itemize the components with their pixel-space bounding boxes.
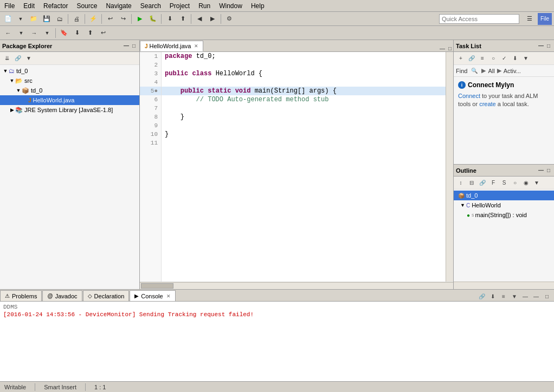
new-button[interactable]: 📄	[2, 13, 14, 25]
next-edit-button[interactable]: ▶	[207, 13, 218, 25]
console-toolbar-btn4[interactable]: ▼	[510, 291, 519, 301]
toolbar-btn-4[interactable]: ↩	[97, 27, 109, 39]
code-editor[interactable]: 1 2 3 4 5● 6 7 8 9 10 11 package td_0;	[140, 52, 453, 282]
javadoc-tab[interactable]: @ Javadoc	[42, 290, 82, 301]
run-button[interactable]: ▶	[134, 13, 146, 25]
outline-item-td0[interactable]: 📦 td_0	[454, 191, 554, 200]
task-new-btn[interactable]: +	[456, 54, 466, 63]
create-link[interactable]: create	[479, 101, 496, 107]
console-toolbar-btn1[interactable]: 🔗	[477, 291, 487, 301]
menu-edit[interactable]: Edit	[19, 1, 39, 11]
menu-refactor[interactable]: Refactor	[39, 1, 72, 11]
editor-tab-helloworld[interactable]: J HelloWorld.java ✕	[140, 41, 203, 51]
save-all-button[interactable]: 🗂	[54, 13, 66, 25]
toolbar-btn-2[interactable]: ⬇	[71, 27, 83, 39]
toolbar-btn-1[interactable]: 🔖	[58, 27, 70, 39]
console-maximize[interactable]: □	[542, 291, 552, 301]
back-dropdown[interactable]: ▼	[15, 27, 27, 39]
new-dropdown-button[interactable]: ▼	[15, 13, 27, 25]
outline-filter-btn[interactable]: ⊟	[467, 178, 476, 188]
tree-item-src[interactable]: ▼ 📂 src	[0, 76, 139, 86]
console-toolbar-btn3[interactable]: ≡	[499, 291, 508, 301]
hw-toggle[interactable]: ▼	[460, 202, 465, 208]
minimize-task-list[interactable]: —	[537, 43, 545, 49]
minimize-outline[interactable]: —	[537, 167, 545, 173]
menu-window[interactable]: Window	[215, 1, 247, 11]
next-annotation-button[interactable]: ⬇	[164, 13, 176, 25]
tree-toggle-project[interactable]: ▼	[2, 68, 9, 74]
outline-item-helloworld[interactable]: ▼ C HelloWorld	[454, 200, 554, 210]
undo-button[interactable]: ↩	[104, 13, 116, 25]
tree-item-jre[interactable]: ▶ 📚 JRE System Library [JavaSE-1.8]	[0, 105, 139, 115]
outline-hide-fields[interactable]: F	[488, 178, 498, 188]
tree-toggle-src[interactable]: ▼	[9, 77, 15, 84]
console-minimize[interactable]: —	[531, 291, 541, 301]
console-toolbar-btn2[interactable]: ⬇	[488, 291, 498, 301]
menu-run[interactable]: Run	[194, 1, 215, 11]
task-view-menu[interactable]: ▼	[521, 54, 531, 63]
redo-button[interactable]: ↪	[117, 13, 129, 25]
maximize-package-explorer[interactable]: □	[131, 43, 137, 49]
open-button[interactable]: 📁	[28, 13, 40, 25]
toolbar-btn-3[interactable]: ⬆	[84, 27, 96, 39]
find-btn[interactable]: 🔍	[469, 66, 479, 76]
prev-edit-button[interactable]: ◀	[194, 13, 205, 25]
java-perspective-button[interactable]: File	[538, 13, 552, 25]
tree-toggle-package[interactable]: ▼	[15, 87, 22, 94]
javadoc-icon: @	[47, 293, 53, 299]
back-button[interactable]: ←	[2, 27, 14, 39]
outline-link-btn[interactable]: 🔗	[478, 178, 487, 188]
task-btn-2[interactable]: ≡	[478, 54, 487, 63]
menu-search[interactable]: Search	[136, 1, 165, 11]
maximize-outline[interactable]: □	[545, 167, 552, 173]
editor-maximize[interactable]: □	[447, 45, 453, 51]
tab-close-button[interactable]: ✕	[194, 43, 198, 49]
print-button[interactable]: 🖨	[70, 13, 82, 25]
code-content[interactable]: package td_0; public class HelloWorld { …	[162, 52, 446, 282]
outline-view-menu[interactable]: ▼	[532, 178, 542, 188]
tree-toggle-jre[interactable]: ▶	[9, 107, 15, 113]
tree-item-helloworld[interactable]: J HelloWorld.java	[0, 95, 139, 105]
declaration-tab[interactable]: ◇ Declaration	[83, 290, 130, 301]
run-external-button[interactable]: ⚡	[87, 13, 99, 25]
save-button[interactable]: 💾	[41, 13, 53, 25]
debug-button[interactable]: 🐛	[147, 13, 159, 25]
outline-hscroll[interactable]	[454, 282, 554, 289]
outline-btn-2[interactable]: ◉	[521, 178, 531, 188]
console-tab-close[interactable]: ✕	[166, 293, 171, 299]
tree-item-project[interactable]: ▼ 🗂 td_0	[0, 66, 139, 76]
outline-btn-1[interactable]: ○	[510, 178, 520, 188]
task-btn-3[interactable]: ○	[488, 54, 498, 63]
menu-source[interactable]: Source	[72, 1, 101, 11]
menu-project[interactable]: Project	[165, 1, 194, 11]
prev-annotation-button[interactable]: ⬆	[177, 13, 189, 25]
collapse-all-btn[interactable]: ⇊	[2, 54, 12, 63]
task-list-title: Task List	[456, 43, 537, 49]
forward-dropdown[interactable]: ▼	[41, 27, 53, 39]
outline-hide-static[interactable]: S	[499, 178, 509, 188]
view-menu-btn[interactable]: ▼	[24, 54, 34, 63]
minimize-package-explorer[interactable]: —	[122, 43, 131, 49]
editor-hscroll[interactable]	[140, 282, 453, 290]
outline-item-main[interactable]: ● s main(String[]) : void	[454, 210, 554, 220]
console-toolbar-btn5[interactable]: —	[520, 291, 530, 301]
connect-link[interactable]: Connect	[458, 93, 480, 99]
editor-minimize[interactable]: —	[438, 45, 447, 51]
task-btn-1[interactable]: 🔗	[467, 54, 476, 63]
menu-navigate[interactable]: Navigate	[101, 1, 136, 11]
quick-access-input[interactable]	[439, 14, 519, 24]
menu-help[interactable]: Help	[247, 1, 269, 11]
tree-item-package[interactable]: ▼ 📦 td_0	[0, 86, 139, 95]
forward-button[interactable]: →	[28, 27, 40, 39]
link-editor-btn[interactable]: 🔗	[13, 54, 23, 63]
task-btn-5[interactable]: ⬇	[510, 54, 520, 63]
maximize-task-list[interactable]: □	[545, 43, 552, 49]
editor-vscroll[interactable]	[446, 52, 453, 282]
task-btn-4[interactable]: ✓	[499, 54, 509, 63]
settings-button[interactable]: ⚙	[223, 13, 235, 25]
console-tab[interactable]: ▶ Console ✕	[130, 290, 175, 301]
outline-sort-btn[interactable]: ↕	[456, 178, 466, 188]
menu-file[interactable]: File	[0, 1, 19, 11]
perspective-button[interactable]: ☰	[524, 13, 536, 25]
problems-tab[interactable]: ⚠ Problems	[0, 290, 42, 301]
